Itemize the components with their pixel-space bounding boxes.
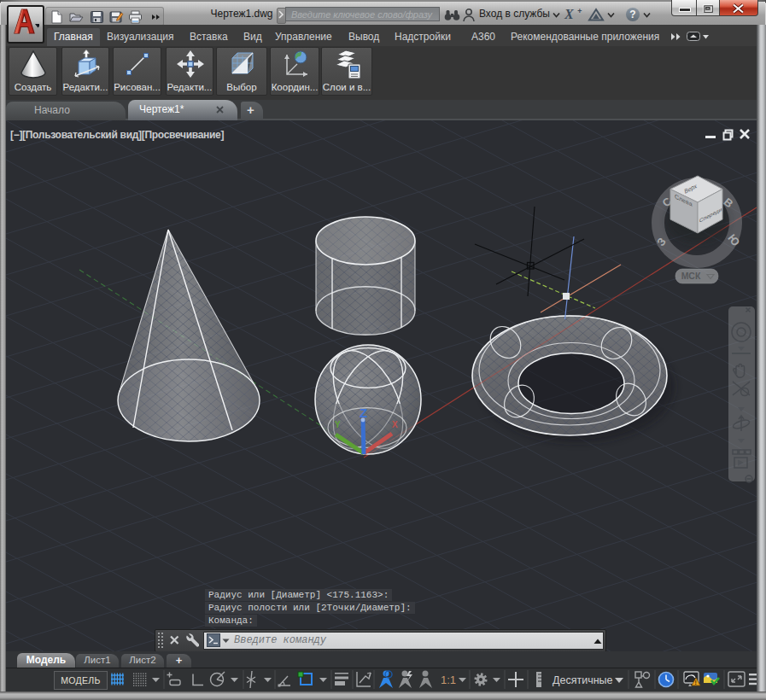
svg-text:X: X: [392, 420, 398, 429]
svg-text:[−][Пользовательский вид][Прос: [−][Пользовательский вид][Просвечивание]: [10, 129, 224, 141]
svg-text:1:1: 1:1: [441, 674, 456, 686]
svg-text:Десятичные: Десятичные: [553, 674, 613, 686]
svg-text:Y: Y: [335, 420, 341, 429]
svg-text:МСК: МСК: [681, 271, 701, 281]
svg-text:Z: Z: [360, 405, 367, 420]
svg-text:!: !: [695, 680, 697, 685]
